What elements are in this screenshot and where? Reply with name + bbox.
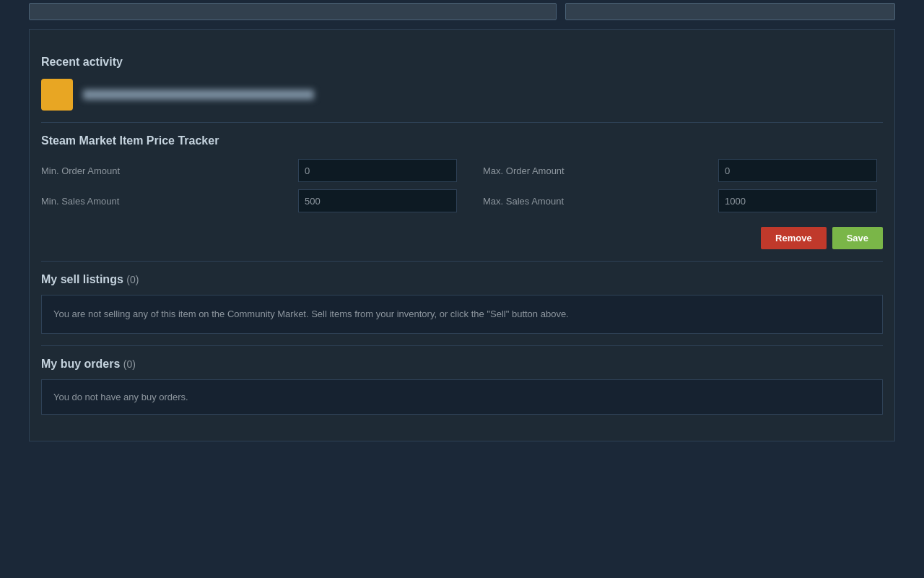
max-order-group: Max. Order Amount: [483, 159, 877, 182]
buy-orders-title: My buy orders (0): [41, 358, 883, 371]
sales-amount-row: Min. Sales Amount Max. Sales Amount: [41, 189, 883, 212]
remove-button[interactable]: Remove: [761, 227, 827, 249]
activity-text: [83, 90, 314, 100]
max-order-label: Max. Order Amount: [483, 165, 707, 176]
buy-orders-section: My buy orders (0) You do not have any bu…: [41, 346, 883, 426]
sell-listings-section: My sell listings (0) You are not selling…: [41, 262, 883, 346]
top-bar-input-1[interactable]: [29, 3, 557, 20]
activity-icon: [41, 79, 73, 111]
buy-orders-count: (0): [123, 358, 136, 370]
save-button[interactable]: Save: [832, 227, 883, 249]
min-order-label: Min. Order Amount: [41, 165, 287, 176]
sell-listings-title: My sell listings (0): [41, 273, 883, 286]
min-sales-group: Min. Sales Amount: [41, 189, 457, 212]
page-wrapper: Recent activity Steam Market Item Price …: [0, 0, 924, 578]
sell-listings-title-text: My sell listings: [41, 273, 123, 285]
top-bar-input-2[interactable]: [565, 3, 895, 20]
tracker-form: Min. Order Amount Max. Order Amount Min.…: [41, 159, 883, 249]
activity-item: [41, 79, 883, 111]
price-tracker-section: Steam Market Item Price Tracker Min. Ord…: [41, 123, 883, 262]
buy-orders-empty: You do not have any buy orders.: [41, 379, 883, 415]
min-sales-input[interactable]: [298, 189, 457, 212]
max-sales-input[interactable]: [718, 189, 877, 212]
top-bar: [0, 0, 924, 29]
buy-orders-title-text: My buy orders: [41, 358, 120, 370]
tracker-buttons: Remove Save: [41, 227, 883, 249]
sell-listings-empty: You are not selling any of this item on …: [41, 295, 883, 334]
recent-activity-section: Recent activity: [41, 44, 883, 123]
main-content: Recent activity Steam Market Item Price …: [29, 29, 895, 441]
max-sales-group: Max. Sales Amount: [483, 189, 877, 212]
min-sales-label: Min. Sales Amount: [41, 196, 287, 207]
max-order-input[interactable]: [718, 159, 877, 182]
recent-activity-title: Recent activity: [41, 56, 883, 69]
tracker-title: Steam Market Item Price Tracker: [41, 134, 883, 147]
sell-listings-count: (0): [126, 274, 139, 285]
order-amount-row: Min. Order Amount Max. Order Amount: [41, 159, 883, 182]
min-order-group: Min. Order Amount: [41, 159, 457, 182]
min-order-input[interactable]: [298, 159, 457, 182]
max-sales-label: Max. Sales Amount: [483, 196, 707, 207]
